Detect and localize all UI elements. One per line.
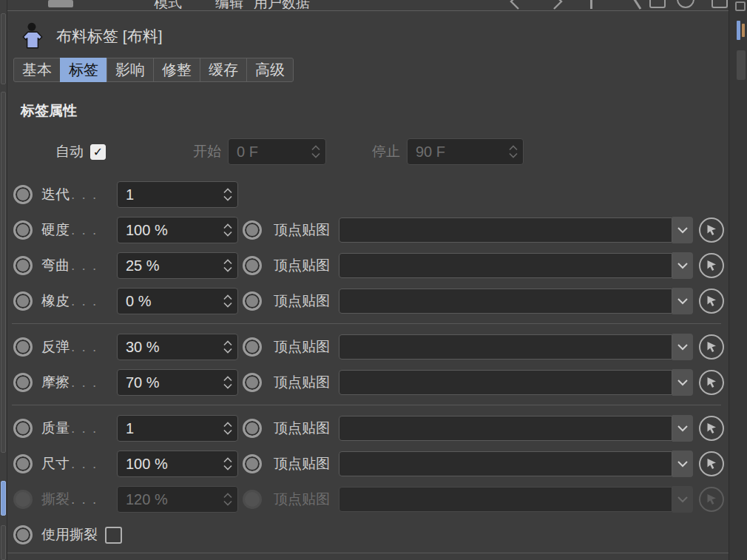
menu-bar: 模式 编辑 用户数据 [7,0,729,11]
param-label: 反弹 [41,339,70,354]
stiffness-input[interactable]: 100 % [117,217,238,243]
hamburger-menu-icon[interactable] [48,0,73,7]
keyframe-dot-icon[interactable] [243,256,262,275]
clipped-icon-fragment [735,1,746,11]
spinner-icon[interactable] [508,145,518,158]
param-label: 弯曲 [41,257,70,273]
left-strip-segment [1,13,6,84]
tab-cache[interactable]: 缓存 [200,58,247,82]
keyframe-dot-icon[interactable] [243,419,262,438]
param-label: 尺寸 [41,456,70,471]
vertex-map-field[interactable] [339,451,672,476]
vertex-map-field[interactable] [339,416,672,441]
spinner-icon[interactable] [223,340,233,354]
tab-influence[interactable]: 影响 [107,58,154,82]
tear-input: 120 % [117,486,238,513]
keyframe-dot-icon[interactable] [243,291,262,311]
row-use-tearing: 使用撕裂 [7,517,729,553]
param-label: 质量 [41,420,70,436]
keyframe-dot-icon[interactable] [13,220,33,240]
auto-checkbox[interactable]: ✓ [90,144,106,160]
stop-input[interactable]: 90 F [407,138,524,165]
menu-item-mode[interactable]: 模式 [154,0,182,11]
keyframe-dot-icon[interactable] [243,220,262,240]
pick-arrow-button[interactable] [699,416,724,441]
use-tearing-checkbox[interactable] [105,527,122,544]
cloth-tag-panel: 布料标签 [布料] 基本 标签 影响 修整 缓存 高级 标签属性 自动 ✓ 开始… [7,12,729,560]
vertex-map-field[interactable] [339,370,672,395]
spinner-icon[interactable] [223,259,233,272]
dropdown-button[interactable] [672,369,693,396]
pick-arrow-button [699,487,724,512]
keyframe-dot-icon[interactable] [13,373,33,392]
vertex-map-label: 顶点贴图 [274,373,336,392]
dropdown-button[interactable] [672,288,693,314]
mass-input[interactable]: 1 [117,415,238,442]
parameter-rows: 迭代. . . 1 硬度. . . 100 % [7,177,729,553]
keyframe-dot-icon[interactable] [243,454,262,473]
flexion-input[interactable]: 25 % [117,252,238,279]
friction-input[interactable]: 70 % [117,369,238,396]
iterations-input[interactable]: 1 [117,181,238,208]
pick-arrow-button[interactable] [699,370,724,395]
pick-arrow-button[interactable] [699,334,724,360]
keyframe-dot-icon[interactable] [243,337,262,357]
tab-tag[interactable]: 标签 [60,58,107,82]
pick-cursor-icon[interactable] [627,0,643,10]
keyframe-dot-icon[interactable] [13,419,33,438]
row-size: 尺寸. . . 100 % 顶点贴图 [7,446,729,482]
dropdown-button[interactable] [672,415,693,442]
vertex-map-field[interactable] [339,217,672,243]
spinner-icon[interactable] [223,294,233,308]
pick-arrow-button[interactable] [699,289,724,314]
vertex-map-label: 顶点贴图 [274,220,336,240]
cloth-tag-icon [21,22,44,50]
vertex-map-field [339,487,672,512]
spinner-icon[interactable] [223,223,233,237]
dropdown-button[interactable] [672,451,693,477]
lock-square-icon[interactable] [649,0,666,8]
spinner-icon[interactable] [311,145,321,158]
circle-icon[interactable] [677,0,694,8]
keyframe-dot-icon[interactable] [13,185,33,204]
vertex-map-field[interactable] [339,253,672,278]
keyframe-dot-icon[interactable] [13,337,33,357]
bounce-input[interactable]: 30 % [117,334,238,360]
keyframe-dot-icon[interactable] [13,525,33,544]
spinner-icon[interactable] [223,457,233,470]
param-label: 橡皮 [41,293,70,308]
tab-dresser[interactable]: 修整 [153,58,200,82]
keyframe-dot-icon[interactable] [13,454,33,473]
panel-bottom-border [7,553,729,553]
keyframe-dot-icon[interactable] [243,373,262,392]
vertex-map-field[interactable] [339,289,672,314]
vertex-map-label: 顶点贴图 [274,419,336,438]
size-input[interactable]: 100 % [117,451,238,477]
tab-basic[interactable]: 基本 [13,58,61,82]
menu-item-edit[interactable]: 编辑 [215,0,243,11]
row-stiffness: 硬度. . . 100 % 顶点贴图 [7,212,729,248]
dropdown-button[interactable] [672,334,693,360]
square-icon[interactable] [711,0,728,8]
rubber-input[interactable]: 0 % [117,288,238,314]
pick-arrow-button[interactable] [699,451,724,476]
dropdown-button[interactable] [672,217,693,243]
spinner-icon[interactable] [223,376,233,389]
forward-arrow-icon[interactable] [550,0,566,10]
tab-expert[interactable]: 高级 [246,58,294,82]
pick-arrow-button[interactable] [699,253,724,278]
stop-label: 停止 [372,142,400,161]
dropdown-button[interactable] [672,252,693,279]
pick-arrow-button[interactable] [699,217,724,243]
dropdown-button [672,486,693,513]
keyframe-dot-icon[interactable] [13,291,33,311]
start-input[interactable]: 0 F [228,138,326,165]
menu-item-userdata[interactable]: 用户数据 [254,0,310,11]
attribute-manager: 模式 编辑 用户数据 布料标签 [布料] [0,0,747,560]
vertex-map-label: 顶点贴图 [274,291,336,311]
back-arrow-icon[interactable] [507,0,523,10]
spinner-icon[interactable] [223,422,233,435]
keyframe-dot-icon[interactable] [13,256,33,275]
spinner-icon[interactable] [223,188,233,201]
vertex-map-field[interactable] [339,334,672,360]
